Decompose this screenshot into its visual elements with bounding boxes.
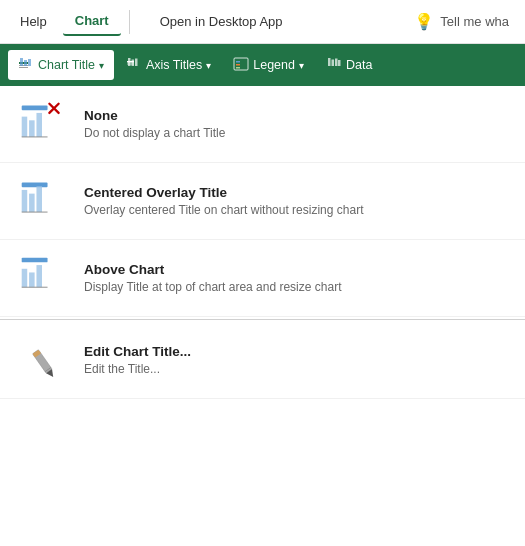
option-centered-overlay-text: Centered Overlay Title Overlay centered … bbox=[84, 185, 509, 217]
svg-rect-10 bbox=[135, 58, 138, 66]
svg-rect-13 bbox=[236, 64, 240, 66]
svg-rect-22 bbox=[22, 117, 28, 137]
data-label: Data bbox=[346, 58, 372, 72]
svg-rect-16 bbox=[331, 59, 334, 66]
axis-titles-label: Axis Titles bbox=[146, 58, 202, 72]
legend-button[interactable]: Legend ▾ bbox=[223, 50, 314, 80]
svg-rect-15 bbox=[328, 58, 331, 66]
chart-title-button[interactable]: Chart Title ▾ bbox=[8, 50, 114, 80]
svg-rect-27 bbox=[22, 190, 28, 212]
axis-titles-button[interactable]: Axis Titles ▾ bbox=[116, 50, 221, 80]
legend-label: Legend bbox=[253, 58, 295, 72]
option-above-chart-text: Above Chart Display Title at top of char… bbox=[84, 262, 509, 294]
menu-item-chart[interactable]: Chart bbox=[63, 7, 121, 36]
lightbulb-icon: 💡 bbox=[414, 12, 434, 31]
option-above-chart[interactable]: Above Chart Display Title at top of char… bbox=[0, 240, 525, 317]
svg-rect-19 bbox=[22, 106, 48, 111]
option-centered-overlay[interactable]: Centered Overlay Title Overlay centered … bbox=[0, 163, 525, 240]
option-none-icon bbox=[16, 98, 68, 150]
svg-rect-4 bbox=[24, 60, 27, 66]
menu-bar: Help Chart Open in Desktop App 💡 Tell me… bbox=[0, 0, 525, 44]
svg-rect-5 bbox=[28, 59, 31, 66]
svg-rect-32 bbox=[22, 269, 28, 287]
option-none-text: None Do not display a chart Title bbox=[84, 108, 509, 140]
option-centered-overlay-desc: Overlay centered Title on chart without … bbox=[84, 203, 509, 217]
dropdown-panel: None Do not display a chart Title Center… bbox=[0, 86, 525, 399]
svg-rect-9 bbox=[131, 59, 134, 66]
option-centered-overlay-title: Centered Overlay Title bbox=[84, 185, 509, 200]
option-none-desc: Do not display a chart Title bbox=[84, 126, 509, 140]
data-icon bbox=[326, 56, 342, 75]
svg-rect-14 bbox=[236, 67, 240, 69]
option-centered-overlay-icon bbox=[16, 175, 68, 227]
tell-me-section[interactable]: 💡 Tell me wha bbox=[406, 8, 517, 35]
option-edit-title-text: Edit Chart Title... Edit the Title... bbox=[84, 344, 509, 376]
axis-titles-dropdown-arrow: ▾ bbox=[206, 60, 211, 71]
svg-rect-23 bbox=[29, 120, 35, 137]
svg-rect-33 bbox=[29, 272, 35, 287]
svg-rect-26 bbox=[22, 183, 48, 188]
svg-rect-12 bbox=[236, 61, 240, 63]
option-none-title: None bbox=[84, 108, 509, 123]
svg-rect-17 bbox=[335, 58, 338, 66]
menu-item-help[interactable]: Help bbox=[8, 8, 59, 35]
ribbon-bar: Chart Title ▾ Axis Titles ▾ Legend ▾ bbox=[0, 44, 525, 86]
svg-rect-31 bbox=[22, 258, 48, 263]
dropdown-divider bbox=[0, 319, 525, 320]
svg-rect-24 bbox=[36, 113, 42, 137]
option-none[interactable]: None Do not display a chart Title bbox=[0, 86, 525, 163]
chart-title-label: Chart Title bbox=[38, 58, 95, 72]
option-above-chart-icon bbox=[16, 252, 68, 304]
chart-title-icon bbox=[18, 56, 34, 75]
legend-dropdown-arrow: ▾ bbox=[299, 60, 304, 71]
data-button[interactable]: Data bbox=[316, 50, 382, 80]
menu-separator bbox=[129, 10, 130, 34]
svg-rect-29 bbox=[36, 186, 42, 212]
option-edit-title[interactable]: Edit Chart Title... Edit the Title... bbox=[0, 322, 525, 399]
tell-me-text: Tell me wha bbox=[440, 14, 509, 29]
svg-rect-8 bbox=[128, 58, 131, 66]
svg-rect-2 bbox=[19, 67, 28, 68]
svg-rect-28 bbox=[29, 194, 35, 212]
svg-rect-3 bbox=[20, 58, 23, 66]
option-above-chart-desc: Display Title at top of chart area and r… bbox=[84, 280, 509, 294]
axis-titles-icon bbox=[126, 56, 142, 75]
open-desktop-button[interactable]: Open in Desktop App bbox=[146, 8, 297, 35]
option-edit-title-title: Edit Chart Title... bbox=[84, 344, 509, 359]
chart-title-dropdown-arrow: ▾ bbox=[99, 60, 104, 71]
option-above-chart-title: Above Chart bbox=[84, 262, 509, 277]
option-edit-title-desc: Edit the Title... bbox=[84, 362, 509, 376]
svg-rect-18 bbox=[338, 60, 341, 66]
legend-icon bbox=[233, 56, 249, 75]
svg-rect-34 bbox=[36, 265, 42, 287]
option-edit-title-icon bbox=[16, 334, 68, 386]
